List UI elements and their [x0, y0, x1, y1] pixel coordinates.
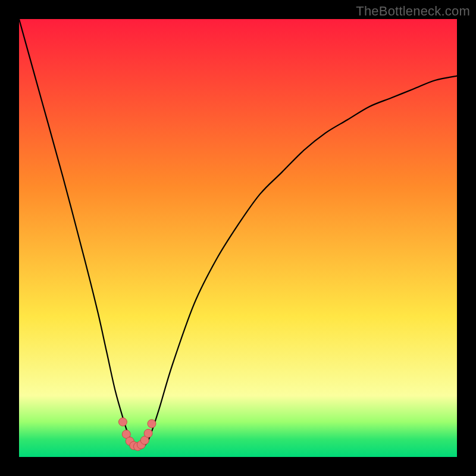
highlight-dots — [118, 418, 156, 450]
chart-frame: TheBottleneck.com — [0, 0, 476, 476]
highlight-dot — [118, 418, 127, 426]
plot-area — [19, 19, 457, 457]
bottleneck-curve — [19, 19, 457, 449]
highlight-dot — [148, 419, 156, 428]
highlight-dot — [144, 429, 152, 437]
curve-layer — [19, 19, 457, 457]
watermark-text: TheBottleneck.com — [356, 4, 470, 19]
